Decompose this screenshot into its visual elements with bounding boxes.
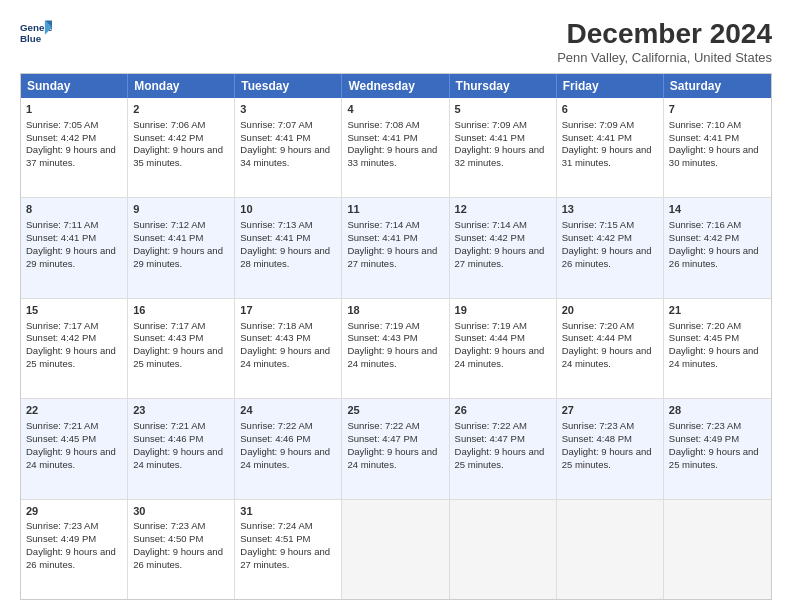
daylight-text: Daylight: 9 hours and 25 minutes. bbox=[26, 345, 122, 371]
daylight-text: Daylight: 9 hours and 25 minutes. bbox=[455, 446, 551, 472]
calendar-cell: 13Sunrise: 7:15 AMSunset: 4:42 PMDayligh… bbox=[557, 198, 664, 297]
calendar-row: 15Sunrise: 7:17 AMSunset: 4:42 PMDayligh… bbox=[21, 299, 771, 399]
sunset-text: Sunset: 4:44 PM bbox=[455, 332, 551, 345]
sunrise-text: Sunrise: 7:23 AM bbox=[133, 520, 229, 533]
day-number: 2 bbox=[133, 102, 229, 117]
calendar-cell: 24Sunrise: 7:22 AMSunset: 4:46 PMDayligh… bbox=[235, 399, 342, 498]
sunset-text: Sunset: 4:42 PM bbox=[562, 232, 658, 245]
calendar-row: 22Sunrise: 7:21 AMSunset: 4:45 PMDayligh… bbox=[21, 399, 771, 499]
day-number: 4 bbox=[347, 102, 443, 117]
sunset-text: Sunset: 4:41 PM bbox=[347, 232, 443, 245]
day-number: 7 bbox=[669, 102, 766, 117]
calendar: SundayMondayTuesdayWednesdayThursdayFrid… bbox=[20, 73, 772, 600]
sunrise-text: Sunrise: 7:11 AM bbox=[26, 219, 122, 232]
calendar-cell: 7Sunrise: 7:10 AMSunset: 4:41 PMDaylight… bbox=[664, 98, 771, 197]
daylight-text: Daylight: 9 hours and 33 minutes. bbox=[347, 144, 443, 170]
daylight-text: Daylight: 9 hours and 28 minutes. bbox=[240, 245, 336, 271]
calendar-cell: 29Sunrise: 7:23 AMSunset: 4:49 PMDayligh… bbox=[21, 500, 128, 599]
calendar-cell: 19Sunrise: 7:19 AMSunset: 4:44 PMDayligh… bbox=[450, 299, 557, 398]
sunrise-text: Sunrise: 7:19 AM bbox=[455, 320, 551, 333]
day-number: 22 bbox=[26, 403, 122, 418]
daylight-text: Daylight: 9 hours and 27 minutes. bbox=[240, 546, 336, 572]
daylight-text: Daylight: 9 hours and 24 minutes. bbox=[240, 446, 336, 472]
sunrise-text: Sunrise: 7:14 AM bbox=[455, 219, 551, 232]
subtitle: Penn Valley, California, United States bbox=[557, 50, 772, 65]
sunrise-text: Sunrise: 7:23 AM bbox=[26, 520, 122, 533]
calendar-row: 29Sunrise: 7:23 AMSunset: 4:49 PMDayligh… bbox=[21, 500, 771, 599]
calendar-cell: 3Sunrise: 7:07 AMSunset: 4:41 PMDaylight… bbox=[235, 98, 342, 197]
calendar-cell: 28Sunrise: 7:23 AMSunset: 4:49 PMDayligh… bbox=[664, 399, 771, 498]
sunrise-text: Sunrise: 7:08 AM bbox=[347, 119, 443, 132]
calendar-header-cell: Tuesday bbox=[235, 74, 342, 98]
day-number: 16 bbox=[133, 303, 229, 318]
daylight-text: Daylight: 9 hours and 29 minutes. bbox=[133, 245, 229, 271]
sunrise-text: Sunrise: 7:22 AM bbox=[240, 420, 336, 433]
sunset-text: Sunset: 4:41 PM bbox=[347, 132, 443, 145]
daylight-text: Daylight: 9 hours and 24 minutes. bbox=[240, 345, 336, 371]
day-number: 24 bbox=[240, 403, 336, 418]
calendar-cell: 14Sunrise: 7:16 AMSunset: 4:42 PMDayligh… bbox=[664, 198, 771, 297]
sunset-text: Sunset: 4:48 PM bbox=[562, 433, 658, 446]
sunrise-text: Sunrise: 7:05 AM bbox=[26, 119, 122, 132]
sunrise-text: Sunrise: 7:09 AM bbox=[562, 119, 658, 132]
sunrise-text: Sunrise: 7:15 AM bbox=[562, 219, 658, 232]
daylight-text: Daylight: 9 hours and 32 minutes. bbox=[455, 144, 551, 170]
sunset-text: Sunset: 4:49 PM bbox=[669, 433, 766, 446]
sunrise-text: Sunrise: 7:18 AM bbox=[240, 320, 336, 333]
calendar-header-cell: Monday bbox=[128, 74, 235, 98]
daylight-text: Daylight: 9 hours and 24 minutes. bbox=[669, 345, 766, 371]
sunrise-text: Sunrise: 7:19 AM bbox=[347, 320, 443, 333]
sunset-text: Sunset: 4:44 PM bbox=[562, 332, 658, 345]
day-number: 31 bbox=[240, 504, 336, 519]
main-title: December 2024 bbox=[557, 18, 772, 50]
calendar-cell: 18Sunrise: 7:19 AMSunset: 4:43 PMDayligh… bbox=[342, 299, 449, 398]
calendar-header-cell: Wednesday bbox=[342, 74, 449, 98]
sunrise-text: Sunrise: 7:23 AM bbox=[562, 420, 658, 433]
sunrise-text: Sunrise: 7:22 AM bbox=[347, 420, 443, 433]
calendar-cell: 2Sunrise: 7:06 AMSunset: 4:42 PMDaylight… bbox=[128, 98, 235, 197]
day-number: 15 bbox=[26, 303, 122, 318]
calendar-cell: 10Sunrise: 7:13 AMSunset: 4:41 PMDayligh… bbox=[235, 198, 342, 297]
sunrise-text: Sunrise: 7:10 AM bbox=[669, 119, 766, 132]
sunrise-text: Sunrise: 7:20 AM bbox=[669, 320, 766, 333]
logo: General Blue bbox=[20, 18, 52, 46]
day-number: 26 bbox=[455, 403, 551, 418]
day-number: 6 bbox=[562, 102, 658, 117]
day-number: 10 bbox=[240, 202, 336, 217]
daylight-text: Daylight: 9 hours and 27 minutes. bbox=[455, 245, 551, 271]
sunset-text: Sunset: 4:43 PM bbox=[240, 332, 336, 345]
calendar-header-cell: Thursday bbox=[450, 74, 557, 98]
sunset-text: Sunset: 4:47 PM bbox=[455, 433, 551, 446]
day-number: 30 bbox=[133, 504, 229, 519]
calendar-cell bbox=[664, 500, 771, 599]
calendar-cell: 25Sunrise: 7:22 AMSunset: 4:47 PMDayligh… bbox=[342, 399, 449, 498]
sunset-text: Sunset: 4:41 PM bbox=[26, 232, 122, 245]
svg-text:Blue: Blue bbox=[20, 33, 42, 44]
daylight-text: Daylight: 9 hours and 31 minutes. bbox=[562, 144, 658, 170]
daylight-text: Daylight: 9 hours and 24 minutes. bbox=[455, 345, 551, 371]
day-number: 20 bbox=[562, 303, 658, 318]
sunset-text: Sunset: 4:43 PM bbox=[133, 332, 229, 345]
header: General Blue December 2024 Penn Valley, … bbox=[20, 18, 772, 65]
sunrise-text: Sunrise: 7:17 AM bbox=[26, 320, 122, 333]
calendar-cell: 9Sunrise: 7:12 AMSunset: 4:41 PMDaylight… bbox=[128, 198, 235, 297]
day-number: 3 bbox=[240, 102, 336, 117]
sunset-text: Sunset: 4:43 PM bbox=[347, 332, 443, 345]
calendar-cell: 20Sunrise: 7:20 AMSunset: 4:44 PMDayligh… bbox=[557, 299, 664, 398]
sunset-text: Sunset: 4:45 PM bbox=[669, 332, 766, 345]
calendar-body: 1Sunrise: 7:05 AMSunset: 4:42 PMDaylight… bbox=[21, 98, 771, 599]
calendar-header: SundayMondayTuesdayWednesdayThursdayFrid… bbox=[21, 74, 771, 98]
daylight-text: Daylight: 9 hours and 35 minutes. bbox=[133, 144, 229, 170]
sunrise-text: Sunrise: 7:23 AM bbox=[669, 420, 766, 433]
day-number: 13 bbox=[562, 202, 658, 217]
sunset-text: Sunset: 4:51 PM bbox=[240, 533, 336, 546]
daylight-text: Daylight: 9 hours and 29 minutes. bbox=[26, 245, 122, 271]
day-number: 5 bbox=[455, 102, 551, 117]
sunrise-text: Sunrise: 7:22 AM bbox=[455, 420, 551, 433]
day-number: 12 bbox=[455, 202, 551, 217]
calendar-cell: 17Sunrise: 7:18 AMSunset: 4:43 PMDayligh… bbox=[235, 299, 342, 398]
sunset-text: Sunset: 4:45 PM bbox=[26, 433, 122, 446]
daylight-text: Daylight: 9 hours and 26 minutes. bbox=[133, 546, 229, 572]
sunset-text: Sunset: 4:41 PM bbox=[562, 132, 658, 145]
sunrise-text: Sunrise: 7:24 AM bbox=[240, 520, 336, 533]
